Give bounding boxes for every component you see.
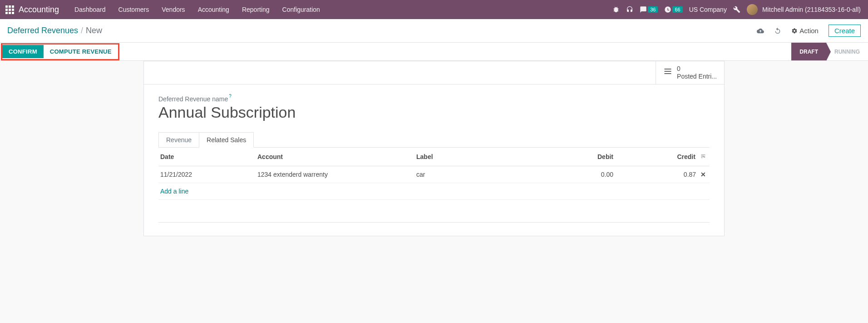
action-highlight: CONFIRM COMPUTE REVENUE [1, 43, 119, 60]
statusbar: DRAFT RUNNING [791, 43, 868, 60]
breadcrumb: Deferred Revenues / New [7, 26, 102, 35]
table-total-row [158, 222, 710, 236]
apps-menu-icon[interactable] [5, 5, 14, 14]
menu-reporting[interactable]: Reporting [236, 6, 276, 13]
add-line-row: Add a line [158, 183, 710, 199]
stat-label: Posted Entri... [677, 73, 717, 80]
col-label[interactable]: Label [413, 148, 540, 166]
confirm-button[interactable]: CONFIRM [2, 45, 44, 58]
breadcrumb-current: New [86, 26, 102, 35]
debug-tools-icon[interactable] [733, 6, 740, 13]
avatar [747, 4, 758, 15]
action-label: Action [799, 27, 819, 35]
menu-accounting[interactable]: Accounting [192, 6, 236, 13]
status-row: CONFIRM COMPUTE REVENUE DRAFT RUNNING [0, 43, 868, 61]
tab-revenue[interactable]: Revenue [158, 132, 199, 148]
cell-credit[interactable]: 0.87 ✕ [617, 166, 710, 183]
related-sales-table: Date Account Label Debit Credit [158, 148, 710, 236]
col-credit[interactable]: Credit [617, 148, 710, 166]
list-icon [663, 67, 672, 78]
status-draft[interactable]: DRAFT [791, 43, 826, 60]
tab-related-sales[interactable]: Related Sales [199, 132, 254, 148]
user-menu[interactable]: Mitchell Admin (21184353-16-0-all) [747, 4, 861, 15]
table-spacer [158, 199, 710, 222]
cell-account[interactable]: 1234 extenderd warrenty [254, 166, 413, 183]
activities-icon[interactable]: 66 [664, 6, 682, 13]
activities-badge: 66 [672, 6, 682, 13]
add-line-link[interactable]: Add a line [160, 188, 188, 195]
bug-icon[interactable] [612, 6, 620, 13]
col-date[interactable]: Date [158, 148, 254, 166]
menu-dashboard[interactable]: Dashboard [68, 6, 112, 13]
menu-vendors[interactable]: Vendors [155, 6, 191, 13]
form-sheet: 0 Posted Entri... Deferred Revenue name … [143, 61, 725, 236]
name-field-label: Deferred Revenue name ? [158, 95, 710, 103]
menu-customers[interactable]: Customers [112, 6, 156, 13]
cloud-save-icon[interactable] [757, 27, 764, 35]
status-running[interactable]: RUNNING [826, 43, 868, 60]
svg-rect-1 [665, 71, 671, 72]
support-icon[interactable] [626, 6, 633, 13]
svg-rect-0 [665, 69, 671, 70]
column-settings-icon[interactable] [699, 154, 706, 160]
cell-date[interactable]: 11/21/2022 [158, 166, 254, 183]
svg-rect-2 [665, 73, 671, 74]
table-row[interactable]: 11/21/2022 1234 extenderd warrenty car 0… [158, 166, 710, 183]
action-button[interactable]: Action [791, 27, 819, 35]
breadcrumb-sep: / [81, 26, 83, 35]
posted-entries-stat[interactable]: 0 Posted Entri... [656, 61, 724, 84]
compute-revenue-button[interactable]: COMPUTE REVENUE [44, 45, 118, 58]
delete-row-icon[interactable]: ✕ [700, 171, 706, 178]
stat-count: 0 [677, 65, 717, 73]
revenue-name-input[interactable]: Annual Subscription [158, 104, 710, 121]
breadcrumb-parent[interactable]: Deferred Revenues [7, 26, 78, 35]
form-tabs: Revenue Related Sales [158, 132, 710, 148]
app-title[interactable]: Accounting [19, 5, 59, 15]
messages-icon[interactable]: 36 [640, 6, 658, 13]
col-account[interactable]: Account [254, 148, 413, 166]
messages-badge: 36 [648, 6, 658, 13]
menu-configuration[interactable]: Configuration [276, 6, 326, 13]
cell-label[interactable]: car [413, 166, 540, 183]
col-debit[interactable]: Debit [540, 148, 617, 166]
help-icon[interactable]: ? [229, 94, 232, 99]
discard-icon[interactable] [774, 27, 781, 35]
create-button[interactable]: Create [829, 25, 861, 37]
cell-debit[interactable]: 0.00 [540, 166, 617, 183]
control-bar: Deferred Revenues / New Action Create [0, 19, 868, 43]
user-name: Mitchell Admin (21184353-16-0-all) [762, 6, 861, 13]
main-navbar: Accounting Dashboard Customers Vendors A… [0, 0, 868, 19]
company-selector[interactable]: US Company [689, 6, 727, 13]
